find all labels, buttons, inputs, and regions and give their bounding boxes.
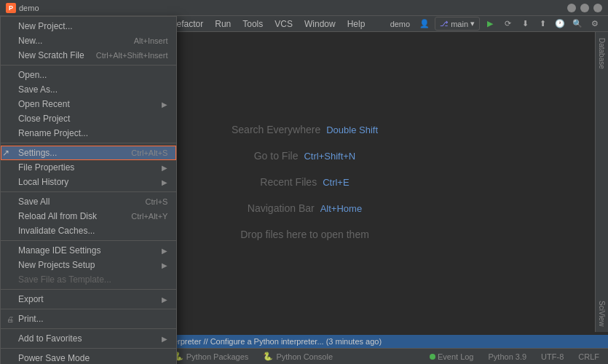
event-log-label: Event Log bbox=[438, 352, 474, 361]
menu-file-properties[interactable]: File Properties ▶ bbox=[1, 160, 176, 175]
encoding-label: UTF-8 bbox=[541, 352, 564, 361]
menu-new-project[interactable]: New Project... bbox=[1, 19, 176, 33]
hint-label-drop: Drop files here to open them bbox=[240, 229, 369, 240]
menu-run[interactable]: Run bbox=[209, 17, 237, 31]
sciview-panel-tab[interactable]: SciView bbox=[596, 295, 607, 332]
hint-search-everywhere: Search Everywhere Double Shift bbox=[232, 124, 378, 135]
separator-4 bbox=[1, 240, 176, 241]
hint-label-nav: Navigation Bar bbox=[248, 202, 315, 214]
menu-open-recent[interactable]: Open Recent ▶ bbox=[1, 97, 176, 111]
maximize-button[interactable] bbox=[580, 4, 589, 12]
hint-shortcut-nav: Alt+Home bbox=[320, 203, 362, 214]
title-bar-left: P demo bbox=[6, 3, 39, 13]
menu-save-as[interactable]: Save As... bbox=[1, 82, 176, 97]
line-ending-label: CRLF bbox=[578, 352, 599, 361]
python-version-label: Python 3.9 bbox=[489, 352, 527, 361]
hint-shortcut-goto: Ctrl+Shift+N bbox=[304, 151, 355, 162]
menu-tools[interactable]: Tools bbox=[237, 17, 269, 31]
menu-new-projects-setup[interactable]: New Projects Setup ▶ bbox=[1, 258, 176, 272]
status-python-packages[interactable]: 🐍 Python Packages bbox=[170, 349, 252, 364]
run-icon[interactable]: ▶ bbox=[483, 17, 497, 31]
search-everywhere-icon[interactable]: 🔍 bbox=[570, 17, 585, 31]
settings-gear-icon[interactable]: ⚙ bbox=[588, 17, 602, 31]
separator-2 bbox=[1, 143, 176, 143]
menu-new-scratch-file[interactable]: New Scratch File Ctrl+Alt+Shift+Insert bbox=[1, 48, 176, 63]
database-panel-tab[interactable]: Database bbox=[596, 32, 607, 75]
hint-navigation-bar: Navigation Bar Alt+Home bbox=[248, 202, 362, 214]
vcs-push-icon[interactable]: ⬆ bbox=[535, 17, 550, 31]
status-python-console[interactable]: 🐍 Python Console bbox=[260, 349, 336, 364]
separator-8 bbox=[1, 348, 176, 349]
menu-vcs[interactable]: VCS bbox=[269, 17, 299, 31]
event-log-dot bbox=[430, 354, 435, 360]
title-bar: P demo bbox=[0, 0, 608, 16]
status-python-version[interactable]: Python 3.9 bbox=[486, 349, 530, 364]
event-log-button[interactable]: Event Log bbox=[427, 352, 477, 361]
python-console-label: Python Console bbox=[276, 352, 333, 361]
branch-chevron: ▾ bbox=[470, 19, 475, 28]
file-menu-dropdown: New Project... New... Alt+Insert New Scr… bbox=[0, 16, 177, 364]
menu-export[interactable]: Export ▶ bbox=[1, 292, 176, 306]
python-packages-label: Python Packages bbox=[186, 352, 249, 361]
menu-add-to-favorites[interactable]: Add to Favorites ▶ bbox=[1, 331, 176, 346]
minimize-button[interactable] bbox=[567, 4, 576, 12]
cursor-icon: ↗ bbox=[2, 148, 9, 158]
profile-icon[interactable]: 👤 bbox=[417, 17, 432, 31]
hint-recent-files: Recent Files Ctrl+E bbox=[260, 176, 349, 188]
menu-help[interactable]: Help bbox=[341, 17, 371, 31]
status-line-ending[interactable]: CRLF bbox=[575, 349, 602, 364]
menu-manage-ide-settings[interactable]: Manage IDE Settings ▶ bbox=[1, 243, 176, 258]
menu-reload-all[interactable]: Reload All from Disk Ctrl+Alt+Y bbox=[1, 209, 176, 223]
hint-label-recent: Recent Files bbox=[260, 176, 317, 188]
menu-local-history[interactable]: Local History ▶ bbox=[1, 175, 176, 189]
separator-6 bbox=[1, 309, 176, 309]
python-console-icon: 🐍 bbox=[263, 352, 273, 361]
title-text: demo bbox=[19, 4, 39, 12]
hint-label-goto: Go to File bbox=[254, 150, 299, 162]
vcs-update-icon[interactable]: ⬇ bbox=[518, 17, 532, 31]
menu-rename-project[interactable]: Rename Project... bbox=[1, 126, 176, 141]
demo-label: demo bbox=[386, 20, 415, 28]
window-controls bbox=[567, 4, 602, 12]
hint-shortcut-recent: Ctrl+E bbox=[323, 177, 349, 188]
hint-goto-file: Go to File Ctrl+Shift+N bbox=[254, 150, 356, 162]
branch-name: main bbox=[451, 20, 468, 28]
file-dropdown-menu: New Project... New... Alt+Insert New Scr… bbox=[0, 16, 177, 364]
hint-drop-files: Drop files here to open them bbox=[240, 229, 369, 240]
toolbar-icons: 👤 ⎇ main ▾ ▶ ⟳ ⬇ ⬆ 🕐 🔍 ⚙ bbox=[414, 17, 605, 31]
update-icon[interactable]: ⟳ bbox=[500, 17, 515, 31]
menu-save-all[interactable]: Save All Ctrl+S bbox=[1, 194, 176, 209]
menu-power-save-mode[interactable]: Power Save Mode bbox=[1, 351, 176, 364]
close-button[interactable] bbox=[593, 4, 602, 12]
hint-shortcut-search: Double Shift bbox=[326, 124, 378, 135]
app-icon: P bbox=[6, 3, 16, 13]
menu-print[interactable]: 🖨 Print... bbox=[1, 312, 176, 326]
right-panel: Database SciView bbox=[595, 32, 608, 332]
hint-label-search: Search Everywhere bbox=[232, 124, 320, 135]
separator-3 bbox=[1, 191, 176, 192]
menu-open[interactable]: Open... bbox=[1, 68, 176, 82]
menu-window[interactable]: Window bbox=[299, 17, 341, 31]
separator-5 bbox=[1, 289, 176, 290]
separator-1 bbox=[1, 65, 176, 66]
separator-7 bbox=[1, 328, 176, 329]
branch-button[interactable]: ⎇ main ▾ bbox=[435, 17, 480, 31]
menu-close-project[interactable]: Close Project bbox=[1, 111, 176, 126]
menu-invalidate-caches[interactable]: Invalidate Caches... bbox=[1, 223, 176, 238]
status-encoding[interactable]: UTF-8 bbox=[538, 349, 566, 364]
menu-save-as-template: Save File as Template... bbox=[1, 272, 176, 287]
git-icon: ⎇ bbox=[440, 20, 449, 28]
menu-settings[interactable]: ↗ Settings... Ctrl+Alt+S bbox=[1, 146, 176, 160]
history-icon[interactable]: 🕐 bbox=[553, 17, 567, 31]
menu-new[interactable]: New... Alt+Insert bbox=[1, 33, 176, 48]
